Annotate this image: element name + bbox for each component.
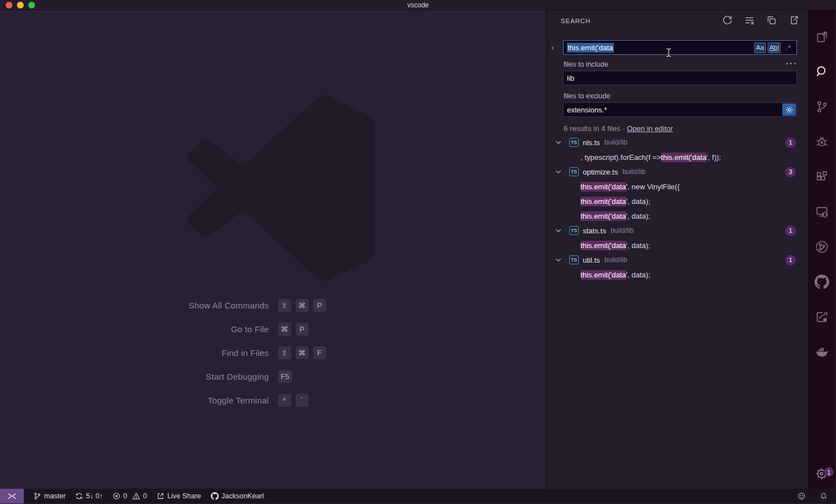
toggle-replace-chevron-icon[interactable]: › <box>551 42 554 52</box>
branch-name: master <box>44 492 66 500</box>
close-window-button[interactable] <box>6 2 12 8</box>
keycap-p: P <box>313 299 326 312</box>
file-name: stats.ts <box>583 227 606 235</box>
match-row[interactable]: this.emit('data', new VinylFile({ <box>547 179 808 194</box>
live-share-status[interactable]: Live Share <box>157 492 201 500</box>
match-row[interactable]: this.emit('data', data); <box>547 208 808 223</box>
shortcut-label: Start Debugging <box>66 372 269 381</box>
file-row[interactable]: TS nls.ts build/lib 1 <box>547 135 808 150</box>
match-row[interactable]: , typescript).forEach(f => this.emit('da… <box>547 150 808 164</box>
remote-indicator[interactable] <box>0 489 24 503</box>
shortcut-row: Go to File ⌘ P <box>66 321 482 337</box>
account-status[interactable]: JacksonKearl <box>211 492 264 500</box>
extensions-icon[interactable] <box>808 159 835 194</box>
match-post: ', data); <box>626 241 651 250</box>
keycap-backtick: ` <box>296 394 309 407</box>
files-to-exclude-label: files to exclude <box>564 92 610 100</box>
search-sidebar: SEARCH › <box>547 10 808 489</box>
settings-badge: 1 <box>824 467 834 477</box>
file-path: build/lib <box>604 138 627 146</box>
explorer-icon[interactable] <box>808 19 835 54</box>
keycap-shift: ⇧ <box>278 299 291 312</box>
results-summary: 6 results in 4 files - Open in editor <box>564 124 673 133</box>
match-post: ', data); <box>626 197 651 206</box>
github-account-icon <box>211 492 219 500</box>
match-text: this.emit('data <box>581 270 626 280</box>
shortcut-label: Toggle Terminal <box>66 396 269 405</box>
file-name: util.ts <box>583 256 600 264</box>
shortcut-row: Start Debugging F5 <box>66 369 482 384</box>
regex-toggle[interactable]: .* <box>782 42 794 53</box>
match-text: this.emit('data <box>581 211 626 221</box>
files-to-include-label: files to include <box>564 60 608 68</box>
keycap-p: P <box>296 323 309 336</box>
minimize-window-button[interactable] <box>17 2 24 8</box>
status-bar: master 5↓ 0↑ 0 0 Live Share JacksonKearl <box>0 489 836 503</box>
file-name: nls.ts <box>583 138 600 147</box>
shortcut-label: Go to File <box>66 324 269 334</box>
sync-icon <box>75 492 83 500</box>
shortcut-row: Find in Files ⇧ ⌘ F <box>66 345 482 360</box>
settings-gear-icon[interactable]: 1 <box>808 466 835 481</box>
match-case-toggle[interactable]: Aa <box>754 42 766 53</box>
open-new-search-editor-icon[interactable] <box>789 15 799 25</box>
pull-requests-icon[interactable] <box>808 229 835 264</box>
problems-status[interactable]: 0 0 <box>112 492 147 500</box>
typescript-file-icon: TS <box>569 255 579 264</box>
whole-word-toggle[interactable]: Ab| <box>768 42 781 53</box>
editor-area: Show All Commands ⇧ ⌘ P Go to File ⌘ P F… <box>0 10 547 489</box>
activity-bar: 1 <box>808 10 835 489</box>
remote-explorer-icon[interactable] <box>808 194 835 229</box>
feedback-smiley-icon[interactable] <box>798 492 805 500</box>
match-count-badge: 1 <box>785 255 796 266</box>
match-count-badge: 3 <box>785 167 796 177</box>
file-row[interactable]: TS util.ts build/lib 1 <box>547 253 808 267</box>
window-title: vscode <box>0 1 836 9</box>
shortcut-label: Show All Commands <box>66 301 269 310</box>
files-to-include-input[interactable] <box>563 71 797 85</box>
search-results-tree: TS nls.ts build/lib 1 , typescript).forE… <box>547 135 808 282</box>
chevron-down-icon[interactable] <box>555 257 564 263</box>
shortcut-row: Toggle Terminal ^ ` <box>66 393 482 408</box>
warning-count: 0 <box>143 492 147 500</box>
search-icon[interactable] <box>808 54 835 89</box>
chevron-down-icon[interactable] <box>555 168 564 175</box>
refresh-icon[interactable] <box>722 15 733 25</box>
file-row[interactable]: TS stats.ts build/lib 1 <box>547 223 808 238</box>
match-post: ', new VinylFile({ <box>626 183 680 191</box>
whole-word-label: Ab| <box>769 44 779 51</box>
toggle-search-details-icon[interactable] <box>786 62 796 65</box>
github-icon[interactable] <box>808 264 835 299</box>
chevron-down-icon[interactable] <box>555 227 564 234</box>
error-icon <box>112 492 120 500</box>
match-row[interactable]: this.emit('data', data); <box>547 238 808 253</box>
notifications-bell-icon[interactable] <box>820 492 828 500</box>
files-to-exclude-input[interactable] <box>563 102 797 117</box>
use-exclude-settings-icon[interactable] <box>782 103 796 116</box>
keycap-ctrl: ^ <box>278 394 291 407</box>
docker-icon[interactable] <box>808 334 835 370</box>
file-path: build/lib <box>604 256 627 264</box>
git-sync-status[interactable]: 5↓ 0↑ <box>75 492 103 500</box>
error-count: 0 <box>123 492 127 500</box>
source-control-icon[interactable] <box>808 89 835 124</box>
git-branch-status[interactable]: master <box>33 492 66 500</box>
shortcut-row: Show All Commands ⇧ ⌘ P <box>66 298 482 313</box>
share-icon <box>157 492 164 500</box>
account-name: JacksonKearl <box>222 492 264 500</box>
file-row[interactable]: TS optimize.ts build/lib 3 <box>547 164 808 179</box>
keycap-f5: F5 <box>278 370 292 383</box>
chevron-down-icon[interactable] <box>555 139 564 146</box>
clear-search-results-icon[interactable] <box>744 15 755 25</box>
search-input[interactable]: this.emit('data Aa Ab| .* <box>563 40 797 55</box>
typescript-file-icon: TS <box>569 226 579 235</box>
match-row[interactable]: this.emit('data', data); <box>547 194 808 208</box>
open-in-editor-link[interactable]: Open in editor <box>627 124 673 133</box>
debug-icon[interactable] <box>808 124 835 159</box>
live-share-icon[interactable] <box>808 299 835 334</box>
warning-icon <box>132 492 140 500</box>
keycap-shift: ⇧ <box>278 346 291 359</box>
maximize-window-button[interactable] <box>28 2 35 8</box>
match-row[interactable]: this.emit('data', data); <box>547 267 808 282</box>
collapse-all-icon[interactable] <box>766 15 777 25</box>
